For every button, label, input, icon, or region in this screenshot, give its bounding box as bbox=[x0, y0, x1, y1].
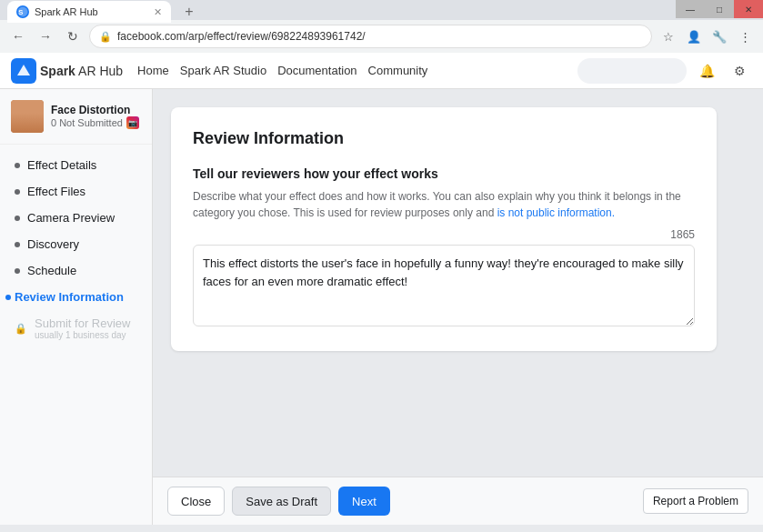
sidebar-item-camera-preview[interactable]: Camera Preview bbox=[0, 205, 152, 231]
footer-right: Report a Problem bbox=[643, 488, 748, 514]
new-tab-button[interactable]: + bbox=[178, 1, 200, 23]
sidebar-profile: Face Distortion 0 Not Submitted 📷 bbox=[0, 89, 152, 145]
char-count: 1865 bbox=[193, 228, 695, 241]
sidebar-item-review-information[interactable]: Review Information bbox=[0, 284, 152, 310]
svg-marker-2 bbox=[17, 65, 30, 75]
forward-button[interactable]: → bbox=[35, 25, 56, 47]
close-button[interactable]: Close bbox=[167, 487, 225, 516]
browser-tab[interactable]: S Spark AR Hub ✕ bbox=[7, 1, 171, 23]
textarea-wrapper bbox=[193, 245, 695, 329]
notifications-button[interactable]: 🔔 bbox=[694, 58, 719, 84]
report-problem-button[interactable]: Report a Problem bbox=[643, 488, 748, 514]
nav-dot bbox=[15, 189, 20, 195]
sidebar-item-schedule[interactable]: Schedule bbox=[0, 257, 152, 284]
nav-studio[interactable]: Spark AR Studio bbox=[180, 60, 266, 81]
nav-links: Home Spark AR Studio Documentation Commu… bbox=[137, 60, 427, 81]
favicon: S bbox=[16, 5, 29, 18]
lock-icon: 🔒 bbox=[15, 323, 27, 335]
navbar-right: 🔔 ⚙ bbox=[577, 58, 752, 84]
sidebar-item-discovery[interactable]: Discovery bbox=[0, 231, 152, 257]
nav-dot bbox=[15, 242, 20, 247]
sidebar: Face Distortion 0 Not Submitted 📷 Effect… bbox=[0, 89, 153, 525]
card-title: Review Information bbox=[193, 129, 695, 148]
profile-info: Face Distortion 0 Not Submitted 📷 bbox=[51, 104, 139, 129]
effect-status: 0 Not Submitted 📷 bbox=[51, 116, 139, 129]
minimize-button[interactable]: — bbox=[676, 0, 705, 18]
search-input[interactable] bbox=[577, 58, 687, 84]
hint-text: Describe what your effect does and how i… bbox=[193, 188, 695, 221]
avatar bbox=[11, 100, 44, 133]
browser-chrome: — □ ✕ S Spark AR Hub ✕ + ← → ↻ 🔒 faceboo… bbox=[0, 0, 763, 53]
app-logo: Spark AR Hub bbox=[11, 58, 123, 84]
layout: Face Distortion 0 Not Submitted 📷 Effect… bbox=[0, 89, 763, 525]
svg-text:S: S bbox=[18, 8, 23, 16]
sidebar-item-effect-files[interactable]: Effect Files bbox=[0, 178, 152, 205]
review-information-card: Review Information Tell our reviewers ho… bbox=[171, 107, 717, 351]
spark-ar-icon bbox=[11, 58, 36, 84]
settings-button[interactable]: ⚙ bbox=[727, 58, 752, 84]
close-tab-icon[interactable]: ✕ bbox=[154, 6, 162, 18]
extensions-button[interactable]: 🔧 bbox=[708, 25, 730, 47]
not-public-link[interactable]: is not public information. bbox=[497, 206, 615, 219]
review-description-input[interactable] bbox=[193, 245, 695, 326]
menu-button[interactable]: ⋮ bbox=[734, 25, 756, 47]
sidebar-item-effect-details[interactable]: Effect Details bbox=[0, 152, 152, 178]
nav-community[interactable]: Community bbox=[368, 60, 428, 81]
avatar-face bbox=[11, 100, 44, 133]
main-content: Review Information Tell our reviewers ho… bbox=[153, 89, 763, 477]
effect-name: Face Distortion bbox=[51, 104, 139, 116]
reload-button[interactable]: ↻ bbox=[62, 25, 84, 47]
back-button[interactable]: ← bbox=[7, 25, 29, 47]
nav-dot bbox=[15, 163, 20, 168]
save-draft-button[interactable]: Save as Draft bbox=[232, 487, 331, 516]
instagram-icon: 📷 bbox=[126, 116, 139, 129]
profile-button[interactable]: 👤 bbox=[683, 25, 705, 47]
nav-dot bbox=[15, 216, 20, 221]
app-navbar: Spark AR Hub Home Spark AR Studio Docume… bbox=[0, 53, 763, 89]
close-window-button[interactable]: ✕ bbox=[734, 0, 763, 18]
bookmark-button[interactable]: ☆ bbox=[658, 25, 679, 47]
app-logo-text: Spark AR Hub bbox=[40, 64, 123, 78]
tab-title: Spark AR Hub bbox=[35, 6, 148, 17]
section-label: Tell our reviewers how your effect works bbox=[193, 166, 695, 181]
sidebar-nav: Effect Details Effect Files Camera Previ… bbox=[0, 145, 152, 354]
url-text: facebook.com/arp/effect/review/698224893… bbox=[117, 30, 366, 43]
footer: Close Save as Draft Next Report a Proble… bbox=[153, 477, 763, 525]
address-bar[interactable]: 🔒 facebook.com/arp/effect/review/6982248… bbox=[89, 25, 652, 48]
nav-dot bbox=[15, 268, 20, 274]
nav-docs[interactable]: Documentation bbox=[277, 60, 356, 81]
browser-actions: ☆ 👤 🔧 ⋮ bbox=[658, 25, 756, 47]
nav-home[interactable]: Home bbox=[137, 60, 169, 81]
sidebar-item-submit-review: 🔒 Submit for Review usually 1 business d… bbox=[0, 310, 152, 346]
lock-icon: 🔒 bbox=[99, 31, 112, 43]
next-button[interactable]: Next bbox=[338, 487, 390, 516]
browser-controls: ← → ↻ 🔒 facebook.com/arp/effect/review/6… bbox=[0, 20, 763, 53]
maximize-button[interactable]: □ bbox=[705, 0, 734, 18]
